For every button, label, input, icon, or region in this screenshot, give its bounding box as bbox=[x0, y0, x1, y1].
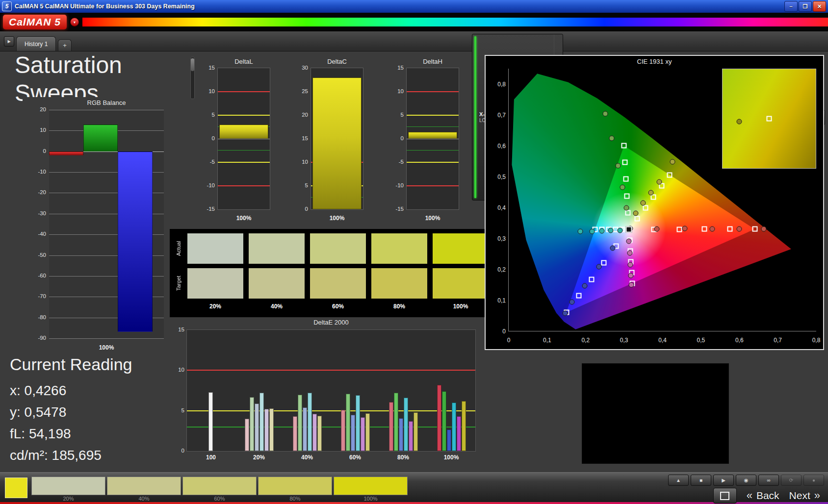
row-label: Actual bbox=[175, 233, 182, 264]
delta-bar bbox=[219, 125, 268, 139]
chart-title: DeltaH bbox=[406, 58, 459, 65]
reading-cdm2-label: cd/m²: bbox=[10, 448, 48, 463]
axis-tick-label: -70 bbox=[29, 293, 46, 299]
target-point bbox=[667, 173, 673, 178]
axis-tick-label: 0,1 bbox=[488, 297, 506, 304]
expand-history-button[interactable]: ▶ bbox=[4, 36, 14, 47]
axis-tick-label: 15 bbox=[198, 65, 215, 71]
axis-tick-label: 0 bbox=[173, 448, 184, 454]
measurement-point bbox=[615, 163, 621, 169]
axis-tick-label: -10 bbox=[387, 182, 404, 188]
minimize-button[interactable]: – bbox=[784, 1, 798, 12]
close-button[interactable]: ✕ bbox=[813, 1, 826, 12]
patch-swatch bbox=[182, 477, 257, 495]
axis-tick-label: -30 bbox=[29, 210, 46, 216]
patch-label: 60% bbox=[182, 496, 257, 502]
slider-thumb[interactable] bbox=[191, 58, 194, 71]
plot-area: 15105010020%40%60%80%100% bbox=[186, 329, 476, 452]
axis-tick-label: -40 bbox=[29, 231, 46, 237]
swatch-row: Target bbox=[175, 268, 513, 299]
reading-y-label: y: bbox=[10, 404, 21, 420]
measurement-point bbox=[602, 111, 608, 116]
deltae-bar bbox=[452, 403, 456, 451]
group-label: 80% bbox=[388, 454, 418, 461]
transport-record-button[interactable]: ◉ bbox=[736, 475, 756, 486]
axis-tick-label: 0 bbox=[291, 206, 308, 212]
deltae-bar bbox=[389, 402, 393, 451]
rgb-plot-area: 20100-10-20-30-40-50-60-70-80-90 bbox=[49, 110, 164, 338]
group-label: 20% bbox=[244, 454, 274, 461]
deltae-bar bbox=[317, 416, 322, 451]
axis-tick-label: 0 bbox=[198, 135, 215, 141]
actual-swatch bbox=[187, 233, 243, 264]
transport-stop-button[interactable]: ■ bbox=[691, 475, 711, 486]
gridline bbox=[49, 110, 164, 110]
axis-tick-label: 5 bbox=[198, 112, 215, 118]
delta-h-chart: DeltaH 151050-5-10-15 100% bbox=[388, 58, 462, 225]
logo-menu-button[interactable]: ▼ bbox=[70, 18, 79, 26]
x-axis-label: 100% bbox=[406, 215, 459, 222]
inset-circle-point bbox=[737, 119, 742, 125]
deltae-bar bbox=[255, 403, 259, 451]
column-label: 40% bbox=[249, 303, 305, 311]
target-point bbox=[727, 227, 732, 232]
axis-tick-label: 5 bbox=[173, 407, 184, 413]
x-axis-label: 100% bbox=[217, 215, 270, 222]
reading-y-value: 0,5478 bbox=[25, 404, 67, 420]
patch[interactable]: 60% bbox=[182, 477, 257, 502]
back-button[interactable]: « Back bbox=[743, 489, 783, 502]
new-tab-button[interactable]: + bbox=[58, 39, 72, 51]
patch-label: 80% bbox=[258, 496, 332, 502]
transport-play-button[interactable]: ▶ bbox=[713, 475, 734, 486]
axis-tick-label: -5 bbox=[387, 159, 404, 165]
patch[interactable]: 100% bbox=[334, 477, 408, 502]
deltae-bar bbox=[303, 407, 307, 451]
cie-1931-chart: CIE 1931 xy 0,80,70,60,50,40,30,20,1000,… bbox=[485, 55, 824, 350]
patch-label: 40% bbox=[107, 496, 181, 502]
deltae-bar bbox=[250, 397, 254, 451]
tab-history-1[interactable]: History 1 bbox=[16, 36, 56, 51]
stop-pattern-button[interactable] bbox=[713, 488, 737, 504]
next-button[interactable]: Next » bbox=[785, 489, 824, 502]
patch[interactable]: 20% bbox=[31, 477, 105, 502]
patch-swatch bbox=[258, 477, 332, 495]
measurement-point bbox=[628, 273, 634, 278]
axis-tick-label: 15 bbox=[173, 327, 184, 332]
limit-line bbox=[187, 370, 475, 371]
patch[interactable]: 40% bbox=[107, 477, 181, 502]
axis-tick-label: 5 bbox=[291, 182, 308, 188]
measurement-point bbox=[610, 246, 615, 251]
transport-loop-button[interactable]: ∞ bbox=[758, 475, 779, 486]
deltae-bar bbox=[351, 415, 355, 451]
reading-cdm2: cd/m²: 185,695 bbox=[10, 448, 132, 463]
transport-power-button[interactable]: ● bbox=[803, 475, 824, 486]
measurement-point bbox=[737, 226, 742, 231]
axis-tick-label: 10 bbox=[198, 88, 215, 94]
axis-tick-label: -5 bbox=[198, 159, 215, 165]
axis-tick-label: 10 bbox=[173, 367, 184, 373]
transport-eject-button[interactable]: ▲ bbox=[668, 475, 689, 486]
reading-x-value: 0,4266 bbox=[25, 383, 67, 398]
actual-swatch bbox=[433, 233, 489, 264]
maximize-button[interactable]: ❐ bbox=[799, 1, 812, 12]
deltae-bar bbox=[259, 393, 264, 451]
row-label: Target bbox=[175, 268, 182, 299]
transport-refresh-button[interactable]: ⟳ bbox=[781, 475, 802, 486]
inset-square-point bbox=[767, 116, 772, 122]
axis-tick-label: 5 bbox=[387, 112, 404, 118]
chart-title: RGB Balance bbox=[49, 99, 164, 106]
measurement-point bbox=[627, 251, 632, 256]
chart-zoom-slider[interactable] bbox=[190, 57, 195, 99]
patch[interactable]: 80% bbox=[258, 477, 332, 502]
limit-line bbox=[218, 115, 270, 116]
current-patch-swatch bbox=[5, 478, 27, 498]
target-point bbox=[643, 205, 648, 210]
axis-tick-label: -50 bbox=[29, 252, 46, 258]
limit-line bbox=[218, 150, 270, 151]
swatch-column-labels: 20%40%60%80%100% bbox=[175, 303, 513, 311]
measurement-point bbox=[569, 299, 575, 304]
chart-title: DeltaL bbox=[217, 58, 270, 65]
axis-tick-label: 0,5 bbox=[488, 174, 506, 180]
patch-strip: 20%40%60%80%100% bbox=[31, 477, 408, 502]
axis-tick-label: -20 bbox=[29, 189, 46, 195]
